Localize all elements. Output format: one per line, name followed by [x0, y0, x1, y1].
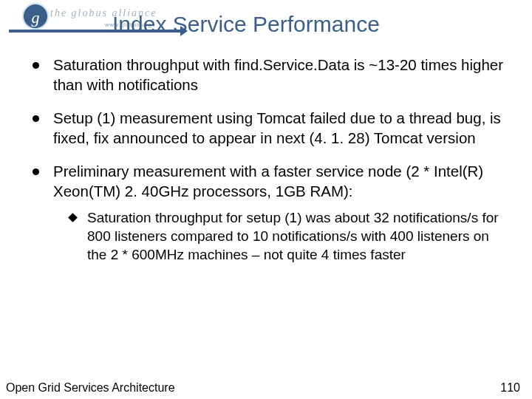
- bullet-item: Setup (1) measurement using Tomcat faile…: [27, 108, 510, 148]
- page-number: 110: [500, 381, 520, 395]
- bullet-item: Saturation throughput with find.Service.…: [27, 55, 510, 95]
- footer-left: Open Grid Services Architecture: [6, 381, 175, 395]
- logo-g-icon: g: [22, 3, 49, 30]
- slide-body: Saturation throughput with find.Service.…: [27, 55, 510, 278]
- bullet-item: Preliminary measurement with a faster se…: [27, 161, 510, 264]
- slide-title: Index.Service Performance: [112, 12, 380, 37]
- sub-bullet-item: Saturation throughput for setup (1) was …: [53, 208, 510, 264]
- bullet-text: Preliminary measurement with a faster se…: [53, 163, 483, 200]
